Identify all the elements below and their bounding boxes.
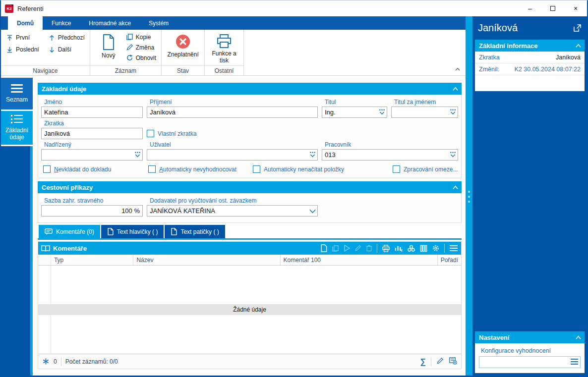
- field-label-jmeno: Jméno: [44, 99, 143, 106]
- grid-menu-button[interactable]: [449, 245, 458, 252]
- group-label-stav: Stav: [162, 65, 204, 75]
- checkbox-icon[interactable]: [147, 130, 154, 137]
- comments-grid-header: Komentáře: [38, 242, 461, 255]
- combo-dropdown-icon: [134, 151, 141, 158]
- tab-komentare-label: Komentáře (0): [56, 228, 94, 235]
- collapse-ribbon-button[interactable]: [455, 64, 461, 73]
- close-button[interactable]: ×: [564, 0, 587, 16]
- ribbon-group-zaznam: Nový Kopie Změna Obnovit: [90, 30, 162, 75]
- arrow-up-bar-icon: [6, 34, 13, 42]
- dodavatel-input[interactable]: [147, 205, 318, 216]
- jmeno-input[interactable]: [41, 107, 143, 118]
- open-external-icon[interactable]: [573, 24, 582, 32]
- grid-chart-button[interactable]: [395, 245, 403, 252]
- chevron-up-icon: [452, 185, 459, 190]
- panel-splitter[interactable]: [466, 16, 472, 376]
- refresh-button[interactable]: Obnovit: [124, 53, 158, 63]
- last-button[interactable]: Poslední: [4, 45, 41, 55]
- grid-delete-button[interactable]: [366, 245, 372, 252]
- splitter-grip-icon: [468, 191, 470, 203]
- sazba-input[interactable]: [41, 205, 143, 216]
- pracovnik-dropdown-button[interactable]: [449, 151, 457, 160]
- collapse-section-button[interactable]: [572, 331, 585, 343]
- checkbox-icon[interactable]: [148, 165, 156, 173]
- grid-new-button[interactable]: [320, 244, 327, 252]
- ribbon-tab-domu[interactable]: Domů: [8, 16, 43, 30]
- edit-button[interactable]: Změna: [124, 42, 158, 53]
- form-area: Základní údaje Jméno Příjmení Titul: [38, 83, 462, 369]
- titul-dropdown-button[interactable]: [378, 108, 386, 117]
- column-poradi[interactable]: Pořadí: [438, 255, 461, 265]
- column-nazev[interactable]: Název: [133, 255, 280, 265]
- ribbon-tab-funkce[interactable]: Funkce: [43, 16, 80, 30]
- zpracovani-omezeni-label: Zpracování omeze...: [404, 166, 458, 173]
- maximize-button[interactable]: [541, 0, 564, 16]
- grid-run-button[interactable]: [344, 245, 350, 252]
- titul-za-jmenem-dropdown-button[interactable]: [449, 108, 457, 117]
- footer-separator: [431, 357, 431, 366]
- tab-text-paticky[interactable]: Text patičky ( ): [165, 225, 225, 238]
- titul-za-jmenem-input[interactable]: [391, 107, 458, 118]
- ribbon-tab-bar: Domů Funkce Hromadné akce Systém: [1, 16, 466, 30]
- tab-text-hlavicky[interactable]: Text hlavičky ( ): [101, 225, 164, 238]
- invalidate-label: Zneplatnění: [167, 52, 198, 58]
- first-button[interactable]: První: [4, 33, 41, 43]
- group-label-ostatni: Ostatní: [205, 65, 243, 75]
- prijmeni-input[interactable]: [147, 107, 318, 118]
- titul-input[interactable]: [322, 107, 387, 118]
- dodavatel-dropdown-button[interactable]: [309, 207, 316, 216]
- ribbon-tab-system[interactable]: Systém: [140, 16, 177, 30]
- minimize-button[interactable]: –: [519, 0, 541, 16]
- tab-komentare[interactable]: Komentáře (0): [39, 225, 100, 238]
- automaticky-nevyhodnocovat-checkbox-item[interactable]: Automaticky nevyhodnocovat: [148, 165, 253, 173]
- book-icon: [41, 245, 50, 252]
- field-label-dodavatel: Dodavatel pro vyúčtování ost. závazkem: [150, 197, 318, 204]
- grid-settings-button[interactable]: [432, 244, 440, 252]
- column-typ[interactable]: Typ: [51, 255, 134, 265]
- copy-button[interactable]: Kopie: [124, 32, 158, 42]
- checkbox-icon[interactable]: [393, 165, 400, 173]
- pracovnik-input[interactable]: [322, 149, 458, 161]
- uzivatel-dropdown-button[interactable]: [309, 151, 316, 160]
- collapse-section-button[interactable]: [449, 181, 462, 193]
- list-picker-icon[interactable]: [571, 359, 578, 365]
- copy-label: Kopie: [136, 34, 151, 41]
- checkbox-icon[interactable]: [253, 165, 260, 173]
- nadrizeny-dropdown-button[interactable]: [134, 151, 141, 160]
- nadrizeny-input[interactable]: [41, 149, 143, 161]
- automaticky-nenacitat-polozky-checkbox-item[interactable]: Automaticky nenačítat položky: [253, 165, 393, 173]
- grid-print-button[interactable]: [382, 245, 390, 252]
- uzivatel-input[interactable]: [147, 149, 318, 161]
- sidebar-item-seznam[interactable]: Seznam: [1, 78, 33, 109]
- grid-group-button[interactable]: [407, 245, 415, 252]
- next-label: Další: [58, 46, 71, 53]
- konfigurace-input[interactable]: [479, 356, 581, 368]
- collapse-section-button[interactable]: [572, 40, 585, 52]
- next-button[interactable]: Další: [46, 45, 87, 55]
- grid-body[interactable]: Žádné údaje: [38, 266, 461, 354]
- footer-edit-button[interactable]: [436, 357, 444, 366]
- invalidate-button[interactable]: Zneplatnění: [165, 32, 201, 58]
- ribbon-tab-hromadne-akce[interactable]: Hromadné akce: [80, 16, 140, 30]
- grid-copy-button[interactable]: [332, 245, 339, 252]
- new-button[interactable]: Nový: [93, 32, 124, 59]
- checkbox-icon[interactable]: [43, 165, 51, 173]
- vlastni-zkratka-checkbox-item[interactable]: Vlastní zkratka: [147, 130, 197, 137]
- sidebar-item-zakladni-udaje[interactable]: Základní údaje: [1, 111, 33, 145]
- grid-columns-button[interactable]: [420, 245, 427, 252]
- asterisk-icon[interactable]: [42, 358, 50, 365]
- tab-text-hlavicky-label: Text hlavičky ( ): [117, 228, 158, 235]
- column-komentar[interactable]: Komentář 100: [281, 255, 438, 265]
- detail-tab-bar: Komentáře (0) Text hlavičky ( ) Text pat…: [38, 225, 462, 238]
- zpracovani-omezeni-checkbox-item[interactable]: Zpracování omeze...: [393, 165, 458, 173]
- collapse-section-button[interactable]: [449, 83, 462, 95]
- ribbon-group-navigace: První Předchozí Poslední Další: [1, 30, 90, 75]
- refresh-label: Obnovit: [136, 54, 156, 61]
- functions-print-button[interactable]: Funkce a tisk: [208, 32, 240, 64]
- sum-button[interactable]: ∑: [420, 357, 426, 366]
- footer-add-note-button[interactable]: [449, 357, 457, 366]
- zkratka-input[interactable]: [41, 128, 143, 139]
- nevkladat-do-dokladu-checkbox-item[interactable]: Nevkládat do dokladu: [43, 165, 148, 173]
- previous-button[interactable]: Předchozí: [46, 33, 87, 43]
- grid-edit-button[interactable]: [354, 245, 361, 252]
